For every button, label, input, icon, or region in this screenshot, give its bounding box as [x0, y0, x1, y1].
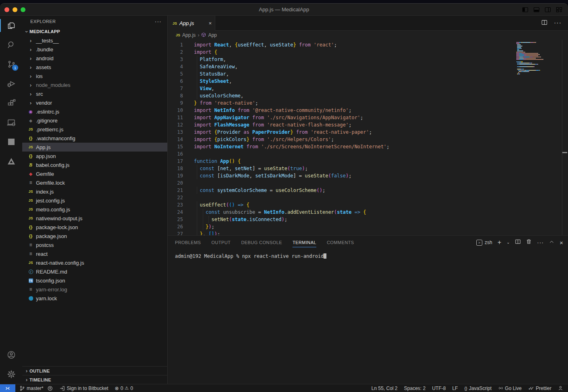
toggle-panel-icon[interactable]: [533, 6, 540, 13]
code-line-12: 12import FlashMessage from 'react-native…: [168, 121, 568, 129]
status-prettier[interactable]: ✓✓Prettier: [528, 384, 551, 392]
file-app.json[interactable]: {}app.json: [22, 152, 167, 160]
line-number: 12: [168, 121, 183, 129]
file-package-lock.json[interactable]: {}package-lock.json: [22, 223, 167, 232]
file-Gemfile.lock[interactable]: ≡Gemfile.lock: [22, 178, 167, 187]
activity-run-debug[interactable]: [0, 74, 22, 93]
status-language-mode[interactable]: {}JavaScript: [464, 384, 491, 392]
folder-.bundle[interactable]: ›.bundle: [22, 45, 167, 54]
panel-tab-debug-console[interactable]: DEBUG CONSOLE: [241, 236, 282, 249]
file-index.js[interactable]: JSindex.js: [22, 187, 167, 196]
file-babel.config.js[interactable]: Bbabel.config.js: [22, 160, 167, 169]
terminal-shell-chip[interactable]: > zsh: [476, 240, 492, 246]
zoom-window-button[interactable]: [21, 7, 25, 12]
split-editor-icon[interactable]: [541, 19, 547, 27]
breadcrumb-file[interactable]: App.js: [182, 32, 196, 38]
folder-__tests__[interactable]: ›__tests__: [22, 36, 167, 45]
close-panel-icon[interactable]: ×: [560, 240, 563, 246]
file-yarn-error.log[interactable]: ≡yarn-error.log: [22, 285, 167, 294]
file-nativewind-output.js[interactable]: JSnativewind-output.js: [22, 214, 167, 223]
editor-more-actions-icon[interactable]: ···: [554, 19, 562, 27]
explorer-title: EXPLORER: [30, 19, 56, 24]
panel-tab-terminal[interactable]: TERMINAL: [292, 236, 316, 249]
toggle-sidebar-icon[interactable]: [522, 6, 528, 13]
activity-extension-square[interactable]: [0, 132, 22, 152]
panel-tab-comments[interactable]: COMMENTS: [327, 236, 354, 249]
publish-changes-icon[interactable]: [47, 386, 53, 391]
status-eol[interactable]: LF: [452, 384, 458, 392]
workspace-section[interactable]: › MEDICALAPP: [22, 27, 167, 36]
line-number: 18: [168, 165, 183, 172]
bottom-panel: PROBLEMSOUTPUTDEBUG CONSOLETERMINALCOMME…: [168, 235, 568, 384]
folder-android[interactable]: ›android: [22, 54, 167, 63]
close-window-button[interactable]: [4, 7, 9, 12]
bitbucket-signin[interactable]: Sign in to Bitbucket: [59, 384, 108, 392]
file-react[interactable]: ≡react: [22, 249, 167, 258]
customize-layout-icon[interactable]: [556, 6, 562, 13]
explorer-more-actions-icon[interactable]: ···: [155, 18, 162, 25]
activity-search[interactable]: [0, 35, 22, 55]
status-go-live[interactable]: Go Live: [498, 384, 522, 392]
activity-extensions[interactable]: [0, 93, 22, 113]
file-jest.config.js[interactable]: JSjest.config.js: [22, 196, 167, 205]
file-.gitignore[interactable]: ◆.gitignore: [22, 116, 167, 125]
close-tab-icon[interactable]: ×: [208, 20, 212, 26]
panel-tab-output[interactable]: OUTPUT: [211, 236, 231, 249]
code-editor[interactable]: 1import React, {useEffect, useState} fro…: [168, 40, 568, 235]
maximize-panel-icon[interactable]: [549, 239, 554, 246]
activity-source-control[interactable]: 1: [0, 55, 22, 74]
folder-ios[interactable]: ›ios: [22, 72, 167, 80]
feedback-icon: [558, 386, 563, 391]
code-line-9: 9} from 'react-native';: [168, 99, 568, 107]
status-encoding[interactable]: UTF-8: [432, 384, 446, 392]
activity-accounts[interactable]: [0, 345, 22, 365]
git-branch-status[interactable]: master*: [19, 384, 53, 392]
config-file-icon: ≡: [29, 251, 32, 257]
kill-terminal-icon[interactable]: [526, 239, 532, 246]
file-tsconfig.json[interactable]: TStsconfig.json: [22, 276, 167, 285]
status-indentation[interactable]: Spaces: 2: [404, 384, 425, 392]
panel-tab-problems[interactable]: PROBLEMS: [175, 236, 201, 249]
file-Gemfile[interactable]: ◆Gemfile: [22, 169, 167, 178]
toggle-secondary-sidebar-icon[interactable]: [545, 6, 551, 13]
activity-extension-triangle[interactable]: [0, 152, 22, 171]
editor-scrollbar[interactable]: [562, 40, 568, 235]
chevron-right-icon: ›: [28, 91, 34, 97]
remote-indicator[interactable]: [0, 384, 15, 392]
panel-more-actions-icon[interactable]: ···: [537, 240, 544, 245]
file-App.js[interactable]: JSApp.js: [22, 143, 167, 152]
new-terminal-icon[interactable]: +: [498, 239, 501, 246]
file-README.md[interactable]: iREADME.md: [22, 267, 167, 276]
split-terminal-icon[interactable]: [515, 239, 521, 246]
status-cursor-position[interactable]: Ln 55, Col 2: [371, 384, 398, 392]
code-line-8: 8 useColorScheme,: [168, 92, 568, 99]
file-react-native.config.js[interactable]: JSreact-native.config.js: [22, 258, 167, 267]
minimap[interactable]: [516, 42, 562, 75]
file-metro.config.js[interactable]: JSmetro.config.js: [22, 205, 167, 214]
folder-assets[interactable]: ›assets: [22, 63, 167, 72]
code-line-10: 10import NetInfo from '@react-native-com…: [168, 107, 568, 114]
file-.prettierrc.js[interactable]: JS.prettierrc.js: [22, 125, 167, 134]
file-yarn.lock[interactable]: yarn.lock: [22, 294, 167, 303]
tab-appjs[interactable]: JS App.js ×: [168, 16, 215, 31]
breadcrumb-symbol[interactable]: App: [208, 32, 217, 38]
folder-node_modules[interactable]: ›node_modules: [22, 80, 167, 89]
activity-settings[interactable]: [0, 365, 22, 384]
minimize-window-button[interactable]: [13, 7, 17, 12]
file-.eslintrc.js[interactable]: ◉.eslintrc.js: [22, 107, 167, 116]
terminal-dropdown-icon[interactable]: ⌄: [507, 240, 510, 244]
folder-vendor[interactable]: ›vendor: [22, 98, 167, 107]
status-feedback[interactable]: [558, 384, 563, 392]
activity-remote-explorer[interactable]: [0, 113, 22, 132]
folder-src[interactable]: ›src: [22, 89, 167, 98]
file-postcss[interactable]: ≡postcss: [22, 240, 167, 249]
problems-status[interactable]: ⊗ 0 ⚠ 0: [115, 384, 133, 392]
outline-section[interactable]: › OUTLINE: [22, 366, 167, 375]
file-.watchmanconfig[interactable]: {}.watchmanconfig: [22, 134, 167, 143]
activity-explorer[interactable]: [0, 16, 22, 35]
code-line-13: 13import {Provider as PaperProvider} fro…: [168, 129, 568, 136]
timeline-section[interactable]: › TIMELINE: [22, 375, 167, 384]
js-file-icon: JS: [176, 33, 180, 37]
file-package.json[interactable]: {}package.json: [22, 232, 167, 240]
terminal-output[interactable]: admin@192 MedicalApp % npx react-native …: [168, 249, 568, 384]
